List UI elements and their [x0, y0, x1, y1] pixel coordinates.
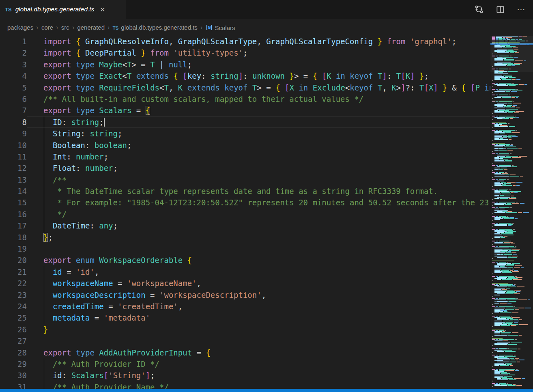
minimap-row: [494, 235, 532, 235]
line-number[interactable]: 5: [0, 82, 27, 93]
code-line[interactable]: 21 id = 'id',: [0, 266, 490, 278]
minimap-row: [494, 58, 532, 59]
line-content: ID: string;: [27, 116, 490, 128]
breadcrumb-label: core: [41, 24, 53, 31]
minimap-row: [492, 37, 532, 38]
more-actions-icon[interactable]: ⋯: [517, 5, 526, 14]
code-token: Scalars: [71, 371, 104, 380]
code-line[interactable]: 6/** All built-in and custom scalars, ma…: [0, 93, 490, 105]
line-number[interactable]: 19: [0, 243, 27, 254]
code-line[interactable]: 5export type RequireFields<T, K extends …: [0, 82, 490, 93]
line-number[interactable]: 1: [0, 36, 27, 47]
code-line[interactable]: 15 * For example: "1985-04-12T23:20:50.5…: [0, 197, 490, 208]
open-changes-icon[interactable]: [475, 5, 484, 14]
code-line[interactable]: 12 Float: number;: [0, 162, 490, 174]
line-number[interactable]: 17: [0, 220, 27, 231]
code-line[interactable]: 31 /** Auth Provider Name */: [0, 381, 490, 389]
minimap[interactable]: [490, 36, 533, 389]
code-token: [71, 60, 76, 69]
tab-global-db-types[interactable]: TS global.db.types.generated.ts ✕: [0, 0, 126, 19]
code-line[interactable]: 27: [0, 335, 490, 347]
line-number[interactable]: 12: [0, 162, 27, 174]
line-number[interactable]: 15: [0, 197, 27, 208]
code-line[interactable]: 18};: [0, 232, 490, 243]
line-content: /** Auth Provider ID */: [27, 358, 490, 370]
code-line[interactable]: 3export type Maybe<T> = T | null;: [0, 59, 490, 70]
code-line[interactable]: 10 Boolean: boolean;: [0, 140, 490, 151]
line-number[interactable]: 10: [0, 140, 27, 151]
line-number[interactable]: 25: [0, 312, 27, 323]
code-line[interactable]: 19: [0, 243, 490, 254]
code-line[interactable]: 8 ID: string;: [0, 116, 490, 128]
line-number[interactable]: 26: [0, 324, 27, 335]
breadcrumb-item-global-db-types-generated-ts[interactable]: TSglobal.db.types.generated.ts: [113, 24, 198, 31]
code-line[interactable]: 24 createdTime = 'createdTime',: [0, 301, 490, 312]
minimap-row: [497, 342, 532, 342]
minimap-row: [492, 42, 532, 43]
code-line[interactable]: 22 workspaceName = 'workspaceName',: [0, 278, 490, 289]
code-line[interactable]: 20export enum WorkspaceOrderable {: [0, 254, 490, 266]
line-content: export type AddAuthProviderInput = {: [27, 347, 490, 358]
line-number[interactable]: 14: [0, 185, 27, 197]
code-token: K: [406, 71, 410, 80]
line-number[interactable]: 29: [0, 358, 27, 370]
breadcrumb-item-src[interactable]: src: [61, 24, 69, 31]
line-number[interactable]: 24: [0, 301, 27, 312]
minimap-row: [497, 49, 532, 50]
tab-close-icon[interactable]: ✕: [100, 6, 105, 13]
code-line[interactable]: 17 DateTime: any;: [0, 220, 490, 231]
code-token: [382, 37, 387, 46]
line-number[interactable]: 28: [0, 347, 27, 358]
code-line[interactable]: 25 metadata = 'metadata': [0, 312, 490, 323]
line-content: workspaceDescription = 'workspaceDescrip…: [27, 289, 490, 301]
code-line[interactable]: 28export type AddAuthProviderInput = {: [0, 347, 490, 358]
code-token: RequireFields: [99, 83, 159, 92]
code-line[interactable]: 26}: [0, 324, 490, 335]
line-number[interactable]: 7: [0, 105, 27, 116]
breadcrumb-item-scalars[interactable]: Scalars: [206, 23, 235, 31]
line-number[interactable]: 31: [0, 381, 27, 389]
code-line[interactable]: 13 /**: [0, 174, 490, 185]
line-number[interactable]: 23: [0, 289, 27, 301]
minimap-row: [494, 231, 532, 232]
line-number[interactable]: 6: [0, 93, 27, 105]
line-number[interactable]: 20: [0, 254, 27, 266]
line-number[interactable]: 11: [0, 151, 27, 162]
line-number[interactable]: 16: [0, 209, 27, 220]
symbol-field-icon: [206, 25, 213, 32]
line-number[interactable]: 21: [0, 266, 27, 278]
code-line[interactable]: 4export type Exact<T extends { [key: str…: [0, 70, 490, 82]
line-number[interactable]: 22: [0, 278, 27, 289]
line-number[interactable]: 3: [0, 59, 27, 70]
minimap-row: [494, 105, 532, 106]
code-line[interactable]: 9 String: string;: [0, 128, 490, 139]
code-editor[interactable]: 1import { GraphQLResolveInfo, GraphQLSca…: [0, 36, 490, 389]
code-token: enum: [76, 256, 95, 265]
breadcrumb-item-core[interactable]: core: [41, 24, 53, 31]
code-line[interactable]: 2import { DeepPartial } from 'utility-ty…: [0, 47, 490, 58]
line-number[interactable]: 4: [0, 70, 27, 82]
code-line[interactable]: 16 */: [0, 209, 490, 220]
line-content: };: [27, 232, 490, 243]
code-line[interactable]: 11 Int: number;: [0, 151, 490, 162]
line-number[interactable]: 13: [0, 174, 27, 185]
line-number[interactable]: 9: [0, 128, 27, 139]
status-bar[interactable]: [0, 389, 533, 392]
split-editor-icon[interactable]: [496, 5, 505, 14]
line-number[interactable]: 8: [0, 116, 27, 128]
line-number[interactable]: 18: [0, 232, 27, 243]
minimap-row: [494, 132, 532, 133]
line-number[interactable]: 30: [0, 370, 27, 381]
minimap-row: [497, 211, 532, 212]
code-line[interactable]: 23 workspaceDescription = 'workspaceDesc…: [0, 289, 490, 301]
breadcrumb-item-generated[interactable]: generated: [77, 24, 105, 31]
code-line[interactable]: 1import { GraphQLResolveInfo, GraphQLSca…: [0, 36, 490, 47]
code-line[interactable]: 7export type Scalars = {: [0, 105, 490, 116]
code-line[interactable]: 29 /** Auth Provider ID */: [0, 358, 490, 370]
minimap-row: [494, 117, 532, 118]
breadcrumb-item-packages[interactable]: packages: [7, 24, 33, 31]
code-line[interactable]: 30 id: Scalars['String'];: [0, 370, 490, 381]
line-number[interactable]: 27: [0, 335, 27, 347]
line-number[interactable]: 2: [0, 47, 27, 58]
code-line[interactable]: 14 * The DateTime scalar type represents…: [0, 185, 490, 197]
